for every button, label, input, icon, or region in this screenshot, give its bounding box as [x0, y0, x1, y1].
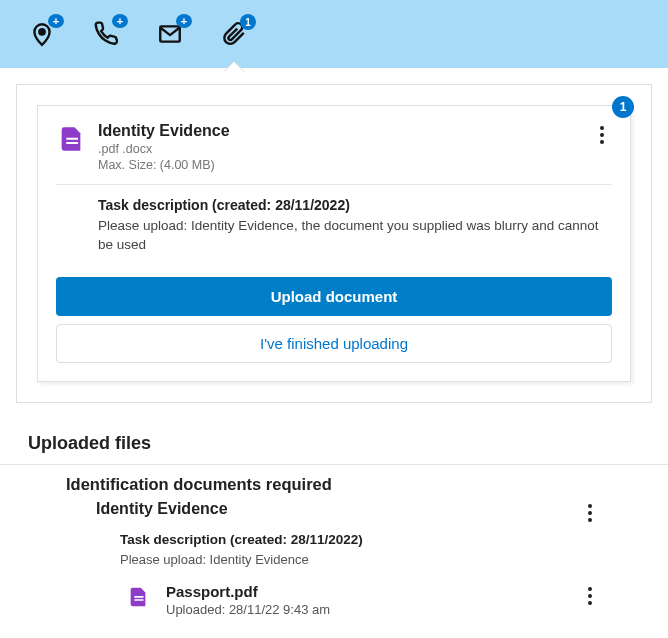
document-icon: [56, 124, 86, 154]
add-badge: +: [176, 14, 192, 28]
group-desc-text: Please upload: Identity Evidence: [120, 551, 600, 569]
finished-uploading-button[interactable]: I've finished uploading: [56, 324, 612, 363]
group-desc-heading: Task description (created: 28/11/2022): [120, 532, 600, 547]
task-menu-button[interactable]: [592, 122, 612, 148]
svg-point-0: [39, 29, 44, 34]
topbar-location[interactable]: +: [24, 16, 60, 52]
file-meta: Uploaded: 28/11/22 9:43 am: [166, 602, 564, 617]
topbar-mail[interactable]: +: [152, 16, 188, 52]
task-header-text: Identity Evidence .pdf .docx Max. Size: …: [98, 122, 580, 172]
group-menu-button[interactable]: [580, 500, 600, 526]
task-desc-heading: Task description (created: 28/11/2022): [98, 197, 612, 213]
uploaded-files-heading: Uploaded files: [0, 419, 668, 464]
topbar-phone[interactable]: +: [88, 16, 124, 52]
task-header: Identity Evidence .pdf .docx Max. Size: …: [56, 122, 612, 185]
sub-title: Identity Evidence: [96, 500, 572, 518]
add-badge: +: [112, 14, 128, 28]
file-icon: [126, 585, 150, 609]
task-card: 1 Identity Evidence .pdf .docx Max. Size…: [37, 105, 631, 382]
file-menu-button[interactable]: [580, 583, 600, 609]
file-text: Passport.pdf Uploaded: 28/11/22 9:43 am: [166, 583, 564, 617]
group-title: Identification documents required: [66, 475, 640, 494]
task-file-types: .pdf .docx: [98, 142, 580, 156]
topbar-attachment[interactable]: 1: [216, 16, 252, 52]
topbar: + + + 1: [0, 0, 668, 68]
file-row: Passport.pdf Uploaded: 28/11/22 9:43 am: [66, 583, 640, 617]
task-max-size: Max. Size: (4.00 MB): [98, 158, 580, 172]
file-name: Passport.pdf: [166, 583, 564, 600]
add-badge: +: [48, 14, 64, 28]
task-desc-text: Please upload: Identity Evidence, the do…: [98, 217, 612, 255]
main-card: 1 Identity Evidence .pdf .docx Max. Size…: [16, 84, 652, 403]
topbar-caret: [224, 62, 244, 72]
count-badge: 1: [240, 14, 256, 30]
task-body: Task description (created: 28/11/2022) P…: [56, 185, 612, 269]
task-count-badge: 1: [612, 96, 634, 118]
uploaded-group: Identification documents required Identi…: [0, 465, 668, 617]
upload-document-button[interactable]: Upload document: [56, 277, 612, 316]
sub-row: Identity Evidence: [66, 500, 640, 526]
group-desc: Task description (created: 28/11/2022) P…: [66, 532, 640, 569]
task-title: Identity Evidence: [98, 122, 580, 140]
